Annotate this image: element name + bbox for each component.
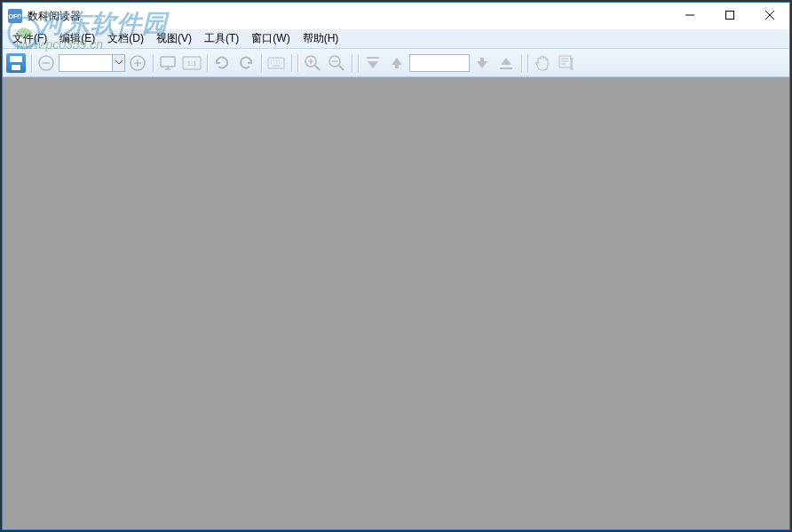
- toolbar-separator: [349, 52, 354, 74]
- monitor-icon: [159, 54, 177, 72]
- titlebar: OFD 数科阅读器: [3, 3, 789, 29]
- rotate-left-button[interactable]: [210, 52, 234, 75]
- svg-rect-9: [161, 57, 175, 67]
- ratio-icon: 1:1: [182, 56, 202, 70]
- rotate-right-button[interactable]: [234, 52, 257, 75]
- window-title: 数科阅读器: [28, 9, 81, 24]
- menu-view[interactable]: 视图(V): [150, 29, 198, 48]
- toolbar-separator: [519, 52, 524, 74]
- save-icon: [6, 53, 26, 73]
- menu-edit[interactable]: 编辑(E): [53, 29, 101, 48]
- app-window: OFD 数科阅读器 文件(F) 编辑(E) 文档(D) 视图(V) 工具(T) …: [2, 2, 790, 530]
- menu-file[interactable]: 文件(F): [6, 29, 53, 48]
- save-button[interactable]: [4, 52, 28, 75]
- toolbar-separator: [355, 52, 360, 74]
- svg-line-25: [315, 66, 320, 70]
- next-page-button[interactable]: [471, 52, 494, 75]
- menubar: 文件(F) 编辑(E) 文档(D) 视图(V) 工具(T) 窗口(W) 帮助(H…: [3, 29, 789, 49]
- svg-rect-1: [725, 12, 733, 20]
- first-page-button[interactable]: [361, 52, 384, 75]
- toolbar-separator: [295, 52, 300, 74]
- zoom-in-button[interactable]: [126, 52, 149, 75]
- menu-help[interactable]: 帮助(H): [297, 29, 345, 48]
- zoom-dropdown-button[interactable]: [112, 55, 124, 71]
- menu-window[interactable]: 窗口(W): [245, 29, 296, 48]
- chevron-down-icon: [115, 60, 123, 65]
- rotate-right-icon: [237, 54, 255, 72]
- zoom-area-out-button[interactable]: [325, 52, 348, 75]
- zoom-out-icon: [37, 54, 55, 72]
- select-text-button[interactable]: [555, 52, 578, 75]
- toolbar-separator: [150, 52, 155, 74]
- toolbar-separator: [289, 52, 294, 74]
- zoom-area-in-button[interactable]: [301, 52, 324, 75]
- page-input[interactable]: [409, 54, 470, 72]
- first-page-icon: [365, 56, 381, 70]
- minimize-icon: [685, 11, 694, 20]
- toolbar-separator: [28, 52, 34, 74]
- magnifier-plus-icon: [304, 54, 321, 72]
- zoom-input[interactable]: [59, 58, 112, 68]
- maximize-icon: [725, 11, 734, 20]
- svg-line-29: [339, 66, 344, 70]
- zoom-combo[interactable]: [59, 54, 125, 72]
- app-icon: OFD: [8, 9, 22, 23]
- hand-tool-button[interactable]: [531, 52, 554, 75]
- toolbar: 1:1: [3, 49, 789, 77]
- magnifier-minus-icon: [328, 54, 345, 72]
- rotate-left-icon: [213, 54, 231, 72]
- keyboard-button[interactable]: [265, 52, 288, 75]
- document-canvas: [3, 77, 789, 529]
- fit-screen-button[interactable]: [156, 52, 179, 75]
- hand-icon: [535, 54, 550, 72]
- prev-page-button[interactable]: [385, 52, 408, 75]
- arrow-down-icon: [474, 56, 490, 70]
- maximize-button[interactable]: [709, 3, 749, 28]
- zoom-in-icon: [129, 54, 147, 72]
- last-page-button[interactable]: [495, 52, 518, 75]
- svg-text:1:1: 1:1: [186, 60, 197, 67]
- toolbar-separator: [525, 52, 530, 74]
- text-select-icon: [558, 55, 574, 71]
- arrow-up-icon: [389, 56, 405, 70]
- menu-tools[interactable]: 工具(T): [198, 29, 245, 48]
- minimize-button[interactable]: [669, 3, 709, 28]
- toolbar-separator: [204, 52, 210, 74]
- menu-document[interactable]: 文档(D): [101, 29, 150, 48]
- toolbar-separator: [258, 52, 264, 74]
- close-button[interactable]: [749, 3, 789, 28]
- window-controls: [669, 3, 789, 28]
- last-page-icon: [498, 56, 514, 70]
- actual-size-button[interactable]: 1:1: [180, 52, 203, 75]
- zoom-out-button[interactable]: [35, 52, 58, 75]
- keyboard-icon: [267, 56, 285, 70]
- close-icon: [765, 11, 774, 20]
